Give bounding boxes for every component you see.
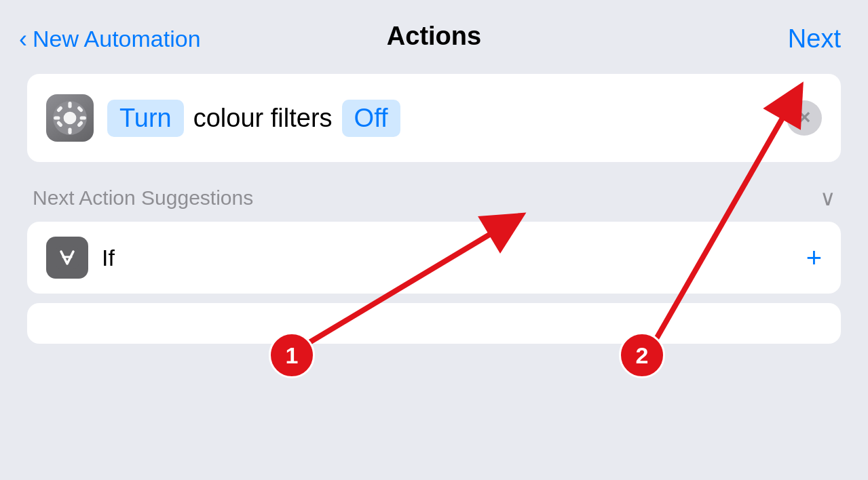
if-icon	[46, 237, 88, 279]
settings-icon	[46, 94, 94, 142]
page-title: Actions	[387, 22, 481, 51]
svg-point-1	[64, 112, 77, 125]
add-if-button[interactable]: +	[806, 243, 822, 273]
back-button[interactable]: ‹ New Automation	[19, 26, 201, 52]
header: ‹ New Automation Actions Next	[0, 0, 868, 67]
action-card: Turn colour filters Off ✕	[27, 74, 841, 162]
annotation-badge-1: 1	[269, 332, 315, 378]
next-button[interactable]: Next	[788, 24, 841, 54]
svg-rect-3	[68, 128, 71, 134]
chevron-down-icon[interactable]: ∨	[820, 185, 835, 211]
svg-rect-5	[80, 116, 86, 119]
suggestions-label: Next Action Suggestions	[33, 186, 253, 209]
off-pill[interactable]: Off	[342, 100, 400, 137]
svg-rect-2	[68, 102, 71, 108]
bottom-card	[27, 303, 841, 344]
turn-pill[interactable]: Turn	[107, 100, 184, 137]
action-main-text: colour filters	[193, 104, 333, 133]
annotation-badge-2: 2	[619, 332, 665, 378]
if-label: If	[102, 245, 793, 271]
suggestions-header: Next Action Suggestions ∨	[27, 185, 841, 211]
back-label: New Automation	[33, 26, 201, 52]
svg-rect-4	[54, 116, 60, 119]
back-chevron-icon: ‹	[19, 27, 27, 52]
delete-action-button[interactable]: ✕	[787, 100, 822, 136]
if-card: If +	[27, 222, 841, 294]
action-text-group: Turn colour filters Off	[107, 100, 773, 137]
close-icon: ✕	[797, 108, 811, 127]
